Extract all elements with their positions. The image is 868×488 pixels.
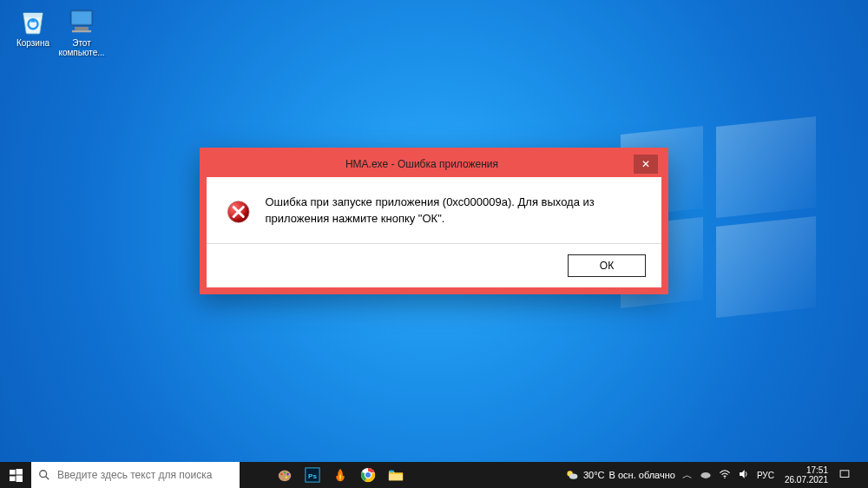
onedrive-icon[interactable] xyxy=(700,468,712,483)
palette-icon xyxy=(277,467,293,483)
recycle-bin-desktop-icon[interactable]: Корзина xyxy=(7,3,59,48)
windows-logo-icon xyxy=(10,469,23,482)
svg-rect-8 xyxy=(16,469,23,475)
taskbar-app-explorer[interactable] xyxy=(386,465,405,485)
taskbar-app-flame[interactable] xyxy=(331,465,350,485)
search-input[interactable] xyxy=(57,469,233,481)
svg-point-27 xyxy=(724,477,725,478)
svg-rect-23 xyxy=(390,471,394,473)
svg-rect-7 xyxy=(10,469,16,474)
error-dialog: HMA.exe - Ошибка приложения ✕ Ошибка при… xyxy=(200,148,668,294)
chrome-icon xyxy=(360,467,376,483)
svg-point-14 xyxy=(280,473,282,475)
dialog-body: Ошибка при запуске приложения (0xc000009… xyxy=(207,177,661,243)
recycle-bin-icon xyxy=(16,3,49,36)
start-button[interactable] xyxy=(0,462,31,488)
svg-rect-28 xyxy=(840,470,849,477)
this-pc-desktop-icon[interactable]: Этот компьюте... xyxy=(56,3,108,57)
volume-icon[interactable] xyxy=(738,468,750,483)
folder-icon xyxy=(388,467,404,483)
svg-rect-2 xyxy=(72,12,91,24)
weather-temperature: 30°C xyxy=(583,470,605,480)
close-button[interactable]: ✕ xyxy=(634,155,658,174)
search-box[interactable] xyxy=(31,462,240,488)
svg-text:Ps: Ps xyxy=(308,472,317,480)
svg-point-16 xyxy=(286,473,288,475)
recycle-bin-label: Корзина xyxy=(7,38,59,48)
svg-point-15 xyxy=(284,472,286,473)
weather-icon xyxy=(565,468,579,482)
photoshop-icon: Ps xyxy=(305,467,320,483)
svg-rect-3 xyxy=(75,27,89,30)
error-icon xyxy=(226,195,251,229)
ok-button[interactable]: ОК xyxy=(568,254,646,277)
svg-rect-9 xyxy=(10,476,16,481)
clock-date: 26.07.2021 xyxy=(785,475,828,485)
close-icon: ✕ xyxy=(641,158,650,170)
computer-icon xyxy=(65,3,98,36)
taskbar-app-chrome[interactable] xyxy=(358,465,378,485)
weather-widget[interactable]: 30°C В осн. облачно xyxy=(565,468,675,482)
wifi-icon[interactable] xyxy=(719,468,731,483)
svg-point-21 xyxy=(365,472,371,478)
search-icon xyxy=(38,469,50,481)
pinned-apps: Ps xyxy=(270,462,411,488)
language-indicator[interactable]: РУС xyxy=(757,471,774,480)
svg-point-25 xyxy=(569,473,578,478)
svg-rect-10 xyxy=(16,475,23,482)
clock-time: 17:51 xyxy=(785,465,828,475)
taskbar: Ps xyxy=(0,462,868,488)
clock[interactable]: 17:51 26.07.2021 xyxy=(781,465,832,485)
dialog-message: Ошибка при запуске приложения (0xc000009… xyxy=(265,195,642,228)
dialog-titlebar[interactable]: HMA.exe - Ошибка приложения ✕ xyxy=(207,155,661,177)
taskbar-app-paint[interactable] xyxy=(275,465,294,485)
svg-line-12 xyxy=(46,477,49,480)
dialog-footer: ОК xyxy=(207,243,661,287)
svg-point-17 xyxy=(286,477,287,478)
svg-point-11 xyxy=(40,471,47,478)
weather-description: В осн. облачно xyxy=(609,470,675,480)
notifications-icon[interactable] xyxy=(838,468,851,483)
this-pc-label: Этот компьюте... xyxy=(56,38,108,57)
svg-rect-22 xyxy=(389,474,403,480)
tray-overflow-icon[interactable]: ︿ xyxy=(682,468,693,483)
taskbar-app-photoshop[interactable]: Ps xyxy=(303,465,322,485)
svg-rect-4 xyxy=(72,30,91,32)
svg-point-26 xyxy=(700,472,710,478)
system-tray: 30°C В осн. облачно ︿ РУС 17:51 26.07.20… xyxy=(560,462,868,488)
flame-icon xyxy=(332,467,348,483)
dialog-title: HMA.exe - Ошибка приложения xyxy=(210,158,634,170)
